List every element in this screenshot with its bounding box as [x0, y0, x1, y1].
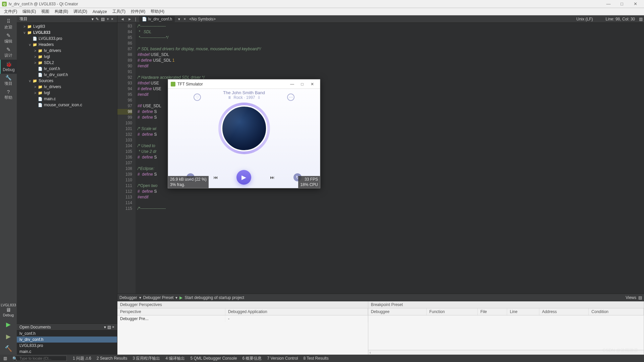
output-tab[interactable]: 6 概要信息	[240, 356, 264, 361]
breakpoint-table[interactable]: DebuggeeFunctionFileLineAddressCondition	[368, 308, 644, 315]
album-art	[221, 105, 267, 152]
mode-项目[interactable]: 🔧项目	[0, 74, 17, 88]
symbols-dropdown[interactable]: <No Symbols>	[187, 17, 218, 21]
run-debug-button[interactable]: ▶	[2, 332, 14, 341]
kit-selector[interactable]: LVGL833🖥Debug	[1, 302, 16, 318]
chat-icon[interactable]: ⋯	[287, 94, 294, 101]
run-button[interactable]: ▶	[2, 320, 14, 329]
panel-tool-icon[interactable]: +	[106, 17, 110, 21]
project-tree[interactable]: >📁Lvgl83v📁LVGL833📄LVGL833.prov📁Headers>📁…	[17, 23, 117, 323]
output-tab[interactable]: 1 问题 ⚠6	[71, 356, 93, 361]
debugger-preset-dropdown[interactable]: Debugger Preset	[143, 295, 174, 300]
heart-icon[interactable]: ♡	[194, 94, 201, 101]
output-tab[interactable]: 3 应用程序输出	[130, 356, 162, 361]
play-button[interactable]: ▶	[236, 170, 251, 185]
menubar: 文件(F)编辑(E)视图构建(B)调试(D)Analyze工具(T)控件(W)帮…	[0, 8, 644, 15]
tft-titlebar[interactable]: TFT Simulator — □ ✕	[168, 79, 320, 89]
line-gutter: 8384858687888990919293949596979899100101…	[117, 23, 136, 294]
tab-close-button[interactable]: ×	[183, 17, 186, 21]
build-button[interactable]: 🔨	[2, 344, 14, 353]
panel-tool-icon[interactable]: ▾ ▤ ×	[104, 325, 114, 329]
pause-small-icon: ⏸	[227, 95, 231, 100]
perspectives-pane: Debugger Perspectives PerspectiveDebugge…	[117, 301, 368, 355]
mode-欢迎[interactable]: ⠿欢迎	[0, 17, 17, 32]
file-dropdown-icon[interactable]: ▾	[176, 17, 182, 21]
breakpoint-title: Breakpoint Preset	[368, 301, 644, 308]
nav-fwd-button[interactable]: ►	[126, 17, 133, 21]
tree-item[interactable]: >📁Lvgl83	[17, 23, 117, 29]
tree-item[interactable]: 📄mouse_cursor_icon.c	[17, 102, 117, 108]
tree-item[interactable]: 📄lv_conf.h	[17, 66, 117, 72]
panel-tool-icon[interactable]: ▤	[100, 17, 106, 21]
menu-item[interactable]: 帮助(H)	[148, 8, 167, 15]
tree-item[interactable]: 📄main.c	[17, 96, 117, 102]
window-close-button[interactable]: ✕	[629, 1, 642, 6]
tree-item[interactable]: >📁lvgl	[17, 54, 117, 60]
tree-item[interactable]: v📁LVGL833	[17, 29, 117, 36]
editor-file-tab[interactable]: 📄 lv_drv_conf.h	[139, 16, 175, 22]
menu-item[interactable]: 工具(T)	[110, 8, 128, 15]
menu-item[interactable]: 视图	[39, 8, 52, 15]
panel-tool-icon[interactable]: ✎	[95, 17, 100, 21]
output-tab[interactable]: 5 QML Debugger Console	[188, 356, 239, 361]
window-minimize-button[interactable]: —	[602, 1, 615, 6]
mode-设计[interactable]: ✎设计	[0, 46, 17, 60]
nav-back-button[interactable]: ◄	[119, 17, 126, 21]
project-panel-title: 项目	[19, 16, 28, 22]
mode-帮助[interactable]: ?帮助	[0, 88, 17, 102]
output-tab[interactable]: 2 Search Results	[95, 356, 129, 361]
panel-tool-icon[interactable]: ×	[110, 17, 114, 21]
debugger-label[interactable]: Debugger	[119, 295, 137, 300]
output-tab[interactable]: 7 Version Control	[265, 356, 300, 361]
tft-close-button[interactable]: ✕	[307, 82, 317, 86]
album-ring	[218, 103, 270, 154]
toggle-sidebar-button[interactable]: ▥	[1, 356, 9, 361]
menu-item[interactable]: 控件(W)	[128, 8, 148, 15]
menu-item[interactable]: 构建(B)	[52, 8, 71, 15]
mode-icon: ✎	[6, 47, 11, 52]
open-doc-item[interactable]: lv_conf.h	[17, 330, 117, 337]
mode-Debug[interactable]: 🐞Debug	[0, 60, 17, 74]
output-tab[interactable]: 8 Test Results	[301, 356, 330, 361]
tree-item[interactable]: >📁lv_drivers	[17, 48, 117, 54]
mode-icon: ✎	[6, 33, 11, 38]
window-title: lv_drv_conf.h @ LVGL833 - Qt Creator	[9, 2, 78, 6]
menu-item[interactable]: 编辑(E)	[20, 8, 39, 15]
window-maximize-button[interactable]: □	[615, 1, 629, 6]
app-icon: Q	[2, 2, 7, 6]
menu-item[interactable]: Analyze	[90, 9, 110, 15]
menu-item[interactable]: 调试(D)	[71, 8, 90, 15]
mode-编辑[interactable]: ✎编辑	[0, 32, 17, 46]
download-icon[interactable]: ⇩	[257, 95, 261, 100]
prev-track-button[interactable]: ⏮	[212, 173, 220, 181]
open-doc-item[interactable]: lv_drv_conf.h	[17, 337, 117, 343]
output-tab[interactable]: 4 编译输出	[163, 356, 187, 361]
line-ending-label[interactable]: Unix (LF)	[576, 17, 593, 21]
panel-tool-icon[interactable]: ▾	[91, 17, 95, 21]
views-button[interactable]: Views	[626, 295, 636, 300]
perspectives-table[interactable]: PerspectiveDebugged Application Debugger…	[117, 308, 368, 322]
mode-bar: ⠿欢迎✎编辑✎设计🐞Debug🔧项目?帮助LVGL833🖥Debug▶▶🔨	[0, 15, 17, 355]
tree-item[interactable]: >📁SDL2	[17, 60, 117, 66]
split-icon[interactable]: ▥	[639, 17, 643, 21]
open-doc-item[interactable]: LVGL833.pro	[17, 343, 117, 349]
open-doc-item[interactable]: main.c	[17, 349, 117, 355]
tree-item[interactable]: >📁lv_drivers	[17, 84, 117, 90]
tree-item[interactable]: v📁Headers	[17, 42, 117, 48]
tree-item[interactable]: v📁Sources	[17, 78, 117, 84]
tree-item[interactable]: 📄lv_drv_conf.h	[17, 72, 117, 78]
menu-item[interactable]: 文件(F)	[1, 8, 20, 15]
next-track-button[interactable]: ⏭	[268, 173, 276, 181]
tree-item[interactable]: 📄LVGL833.pro	[17, 36, 117, 42]
tft-simulator-window[interactable]: TFT Simulator — □ ✕ ♡ ⋯ The John Smith B…	[168, 79, 320, 188]
cursor-position-label: Line: 98, Col: 30	[606, 17, 635, 21]
locator-input[interactable]	[13, 356, 67, 361]
views-menu-icon[interactable]: ▤	[638, 295, 642, 300]
status-bar: ▥ 🔍 1 问题 ⚠62 Search Results3 应用程序输出4 编译输…	[0, 355, 644, 362]
tft-minimize-button[interactable]: —	[287, 82, 297, 86]
nav-sep: |	[133, 17, 138, 21]
tft-maximize-button[interactable]: □	[297, 82, 307, 86]
tft-app-icon	[171, 82, 175, 86]
start-debug-button[interactable]: Start debugging of startup project	[184, 295, 244, 300]
tree-item[interactable]: >📁lvgl	[17, 90, 117, 96]
